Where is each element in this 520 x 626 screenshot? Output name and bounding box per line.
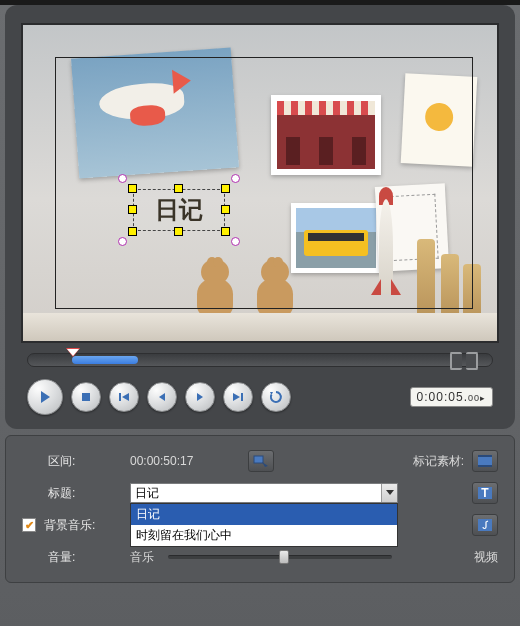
repeat-icon (269, 390, 283, 404)
resize-handle-bot-left[interactable] (128, 227, 137, 236)
crop-frame[interactable] (55, 57, 473, 309)
go-end-button[interactable] (223, 382, 253, 412)
section-value: 00:00:50:17 (130, 454, 240, 468)
stop-button[interactable] (71, 382, 101, 412)
go-start-button[interactable] (109, 382, 139, 412)
title-input[interactable] (130, 483, 398, 503)
title-combobox[interactable]: 日记 时刻留在我们心中 (130, 483, 398, 503)
svg-rect-5 (478, 455, 492, 457)
text-edit-icon: T (477, 486, 493, 500)
step-back-icon (155, 390, 169, 404)
svg-rect-9 (478, 519, 492, 531)
title-dropdown-list[interactable]: 日记 时刻留在我们心中 (130, 503, 398, 547)
resize-handle-mid-right[interactable] (221, 205, 230, 214)
svg-text:T: T (481, 486, 489, 500)
rotate-handle-bot-right[interactable] (231, 237, 240, 246)
timeline-progress (72, 356, 138, 364)
resize-handle-top-left[interactable] (128, 184, 137, 193)
music-clip-icon (477, 518, 493, 532)
title-text-selection[interactable]: 日记 (133, 189, 225, 231)
filmstrip-icon (477, 454, 493, 468)
mark-out-button[interactable] (466, 352, 478, 370)
volume-right-label: 视频 (474, 549, 498, 566)
resize-handle-top-mid[interactable] (174, 184, 183, 193)
resize-handle-bot-mid[interactable] (174, 227, 183, 236)
skip-start-icon (117, 390, 131, 404)
prev-frame-button[interactable] (147, 382, 177, 412)
timeline-scrubber[interactable] (27, 353, 493, 367)
resize-handle-bot-right[interactable] (221, 227, 230, 236)
title-option[interactable]: 时刻留在我们心中 (131, 525, 397, 546)
title-option[interactable]: 日记 (131, 504, 397, 525)
title-text-content[interactable]: 日记 (133, 189, 225, 231)
skip-end-icon (231, 390, 245, 404)
title-edit-button[interactable]: T (472, 482, 498, 504)
slider-thumb[interactable] (279, 550, 289, 564)
section-label: 区间: (48, 453, 122, 470)
mark-material-label: 标记素材: (413, 453, 464, 470)
bgm-checkbox[interactable] (22, 518, 36, 532)
clip-arrow-icon (253, 454, 269, 468)
mark-in-button[interactable] (450, 352, 462, 370)
timeline-playhead[interactable] (66, 348, 80, 358)
chevron-down-icon (386, 490, 394, 496)
section-settings-button[interactable] (248, 450, 274, 472)
resize-handle-mid-left[interactable] (128, 205, 137, 214)
resize-handle-top-right[interactable] (221, 184, 230, 193)
repeat-button[interactable] (261, 382, 291, 412)
svg-rect-0 (82, 393, 90, 401)
rotate-handle-top-left[interactable] (118, 174, 127, 183)
stop-icon (79, 390, 93, 404)
svg-rect-2 (241, 393, 243, 401)
next-frame-button[interactable] (185, 382, 215, 412)
mark-material-button[interactable] (472, 450, 498, 472)
play-button[interactable] (27, 379, 63, 415)
title-dropdown-button[interactable] (381, 484, 397, 502)
bgm-settings-button[interactable] (472, 514, 498, 536)
svg-rect-6 (478, 465, 492, 467)
volume-left-label: 音乐 (130, 549, 160, 566)
video-preview[interactable]: 日记 (21, 23, 499, 343)
properties-panel: 区间: 00:00:50:17 标记素材: 标题: 日记 时刻留在我们心中 (5, 435, 515, 583)
rotate-handle-bot-left[interactable] (118, 237, 127, 246)
play-icon (37, 389, 53, 405)
svg-rect-1 (119, 393, 121, 401)
bgm-label: 背景音乐: (44, 517, 118, 534)
volume-label: 音量: (48, 549, 122, 566)
title-label: 标题: (48, 485, 122, 502)
svg-rect-3 (254, 456, 263, 463)
volume-slider[interactable] (168, 549, 392, 565)
timecode-display[interactable]: 0:00:05.00▸ (410, 387, 493, 407)
preview-shelf (23, 313, 497, 341)
rotate-handle-top-right[interactable] (231, 174, 240, 183)
step-forward-icon (193, 390, 207, 404)
